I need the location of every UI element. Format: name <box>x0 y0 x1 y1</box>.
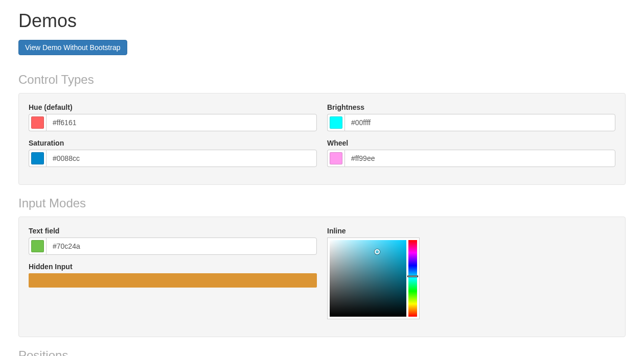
saturation-label: Saturation <box>29 139 317 147</box>
saturation-swatch[interactable] <box>29 150 46 167</box>
hue-indicator <box>407 275 418 277</box>
brightness-input[interactable] <box>344 114 615 131</box>
inline-picker <box>327 238 420 319</box>
brightness-label: Brightness <box>327 103 615 111</box>
hidden-input-label: Hidden Input <box>29 263 317 271</box>
hue-swatch[interactable] <box>29 114 46 131</box>
page-title: Demos <box>18 10 626 32</box>
wheel-label: Wheel <box>327 139 615 147</box>
hue-slider[interactable] <box>408 240 417 317</box>
section-heading-positions: Positions <box>18 348 626 356</box>
view-demo-button[interactable]: View Demo Without Bootstrap <box>18 40 127 55</box>
text-field-input[interactable] <box>46 238 317 255</box>
text-field-label: Text field <box>29 227 317 235</box>
brightness-swatch[interactable] <box>327 114 344 131</box>
panel-control-types: Hue (default) Saturation <box>18 93 626 185</box>
hue-input[interactable] <box>46 114 317 131</box>
text-field-swatch-color <box>31 240 44 252</box>
saturation-panel[interactable] <box>330 240 406 317</box>
wheel-input[interactable] <box>344 150 615 167</box>
section-heading-control-types: Control Types <box>18 73 626 87</box>
text-field-swatch[interactable] <box>29 238 46 255</box>
hue-swatch-color <box>31 116 44 129</box>
saturation-input[interactable] <box>46 150 317 167</box>
saturation-swatch-color <box>31 152 44 164</box>
panel-input-modes: Text field Hidden Input Inline <box>18 217 626 337</box>
brightness-swatch-color <box>330 116 342 129</box>
inline-label: Inline <box>327 227 615 235</box>
wheel-swatch-color <box>330 152 342 164</box>
saturation-indicator <box>375 249 380 254</box>
saturation-overlay <box>330 240 406 317</box>
hue-label: Hue (default) <box>29 103 317 111</box>
wheel-swatch[interactable] <box>327 150 344 167</box>
section-heading-input-modes: Input Modes <box>18 196 626 210</box>
hidden-input-bar[interactable] <box>29 273 317 288</box>
